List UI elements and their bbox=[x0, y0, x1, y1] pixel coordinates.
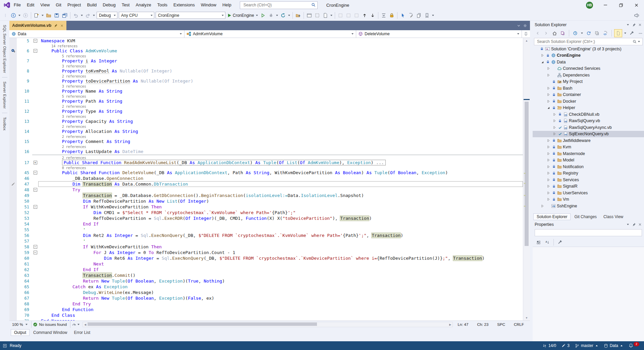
codelens-references[interactable]: 2 references bbox=[41, 145, 86, 149]
pin-icon[interactable] bbox=[54, 23, 58, 28]
fold-toggle[interactable]: − bbox=[34, 39, 37, 43]
menu-file[interactable]: File bbox=[11, 0, 24, 10]
menu-build[interactable]: Build bbox=[84, 0, 100, 10]
document-health-icon[interactable] bbox=[72, 322, 76, 327]
tree-collapsed-icon[interactable] bbox=[546, 139, 550, 143]
tree-collapsed-icon[interactable] bbox=[546, 158, 550, 162]
codelens-references[interactable]: 3 references bbox=[41, 115, 86, 118]
vertical-scrollbar[interactable]: ▲ ▼ bbox=[523, 38, 530, 320]
search-icon[interactable] bbox=[633, 40, 637, 44]
glyph-margin[interactable] bbox=[9, 233, 17, 238]
scroll-down-arrow-icon[interactable]: ▼ bbox=[523, 315, 530, 320]
type-dropdown[interactable]: AdmKvmVolume bbox=[184, 30, 356, 38]
tree-item-registry[interactable]: Registry bbox=[533, 170, 644, 177]
tree-collapsed-icon[interactable] bbox=[546, 93, 550, 97]
box-button[interactable] bbox=[353, 11, 361, 19]
tree-item-model[interactable]: Model bbox=[533, 157, 644, 164]
codelens-references[interactable]: 2 references bbox=[41, 125, 86, 129]
tree-collapsed-icon[interactable] bbox=[546, 184, 550, 188]
dropdown-caret-icon[interactable] bbox=[624, 33, 626, 34]
glyph-margin[interactable] bbox=[9, 210, 17, 215]
document-tab[interactable]: AdmKvmVolume.vb bbox=[9, 21, 66, 30]
glyph-margin[interactable] bbox=[9, 227, 17, 233]
fold-toggle[interactable]: − bbox=[34, 205, 37, 209]
pin-icon[interactable] bbox=[632, 222, 636, 227]
save-button[interactable] bbox=[53, 11, 61, 19]
chevron-down-icon[interactable] bbox=[517, 23, 521, 28]
more-button[interactable] bbox=[637, 30, 644, 37]
navigate-up-button[interactable] bbox=[361, 11, 369, 19]
pending-edits-status[interactable]: 3 bbox=[561, 343, 570, 348]
zoom-selector[interactable]: 100 % bbox=[9, 322, 30, 327]
search-icon[interactable] bbox=[311, 3, 316, 7]
codelens-references[interactable]: 2 references bbox=[41, 135, 86, 139]
codelens-references[interactable]: 5 references bbox=[41, 95, 86, 98]
dropdown-caret-icon[interactable] bbox=[18, 15, 20, 16]
redo-button[interactable] bbox=[84, 11, 92, 19]
dropdown-caret-icon[interactable] bbox=[330, 15, 332, 16]
tree-item-masternode[interactable]: Masternode bbox=[533, 150, 644, 157]
glyph-margin[interactable] bbox=[9, 170, 17, 176]
tree-collapsed-icon[interactable] bbox=[546, 145, 550, 149]
collapse-definitions-button[interactable] bbox=[380, 11, 388, 19]
code-editor[interactable]: 5−Namespace KVM14 references6− Public Cl… bbox=[9, 38, 530, 320]
menu-window[interactable]: Window bbox=[198, 0, 219, 10]
tree-item-signalr[interactable]: SignalR bbox=[533, 183, 644, 190]
glyph-margin[interactable] bbox=[9, 278, 17, 284]
split-editor-icon[interactable] bbox=[524, 32, 528, 36]
tree-item-rawsqlquery-vb[interactable]: VBRawSqlQuery.vb bbox=[533, 118, 644, 124]
glyph-margin[interactable] bbox=[9, 221, 17, 227]
navigate-down-button[interactable] bbox=[369, 11, 377, 19]
tree-collapsed-icon[interactable] bbox=[546, 197, 550, 201]
gear-icon[interactable] bbox=[523, 23, 527, 28]
scroll-left-arrow-icon[interactable]: ◀ bbox=[83, 322, 88, 327]
scrollbar-thumb[interactable] bbox=[525, 102, 529, 246]
document-stack-button[interactable] bbox=[415, 11, 423, 19]
tree-collapsed-icon[interactable] bbox=[546, 165, 550, 169]
bookmark-button[interactable] bbox=[423, 11, 431, 19]
wrench-button[interactable] bbox=[628, 30, 636, 37]
panel-tab-output[interactable]: Output bbox=[11, 329, 30, 336]
tree-collapsed-icon[interactable] bbox=[552, 132, 556, 136]
tree-item-dependencies[interactable]: Dependencies bbox=[533, 72, 644, 79]
scroll-right-arrow-icon[interactable]: ▶ bbox=[448, 322, 452, 327]
glyph-margin[interactable] bbox=[9, 261, 17, 267]
tree-item-vm[interactable]: Vm bbox=[533, 196, 644, 203]
codelens-references[interactable]: 3 references bbox=[41, 85, 86, 88]
fold-toggle[interactable]: − bbox=[34, 171, 37, 174]
codelens-references[interactable]: 2 references bbox=[41, 74, 86, 78]
avatar[interactable]: HB bbox=[586, 2, 593, 9]
glyph-margin[interactable] bbox=[9, 165, 17, 170]
dropdown-caret-icon[interactable] bbox=[256, 15, 258, 16]
tree-item-kvm[interactable]: Kvm bbox=[533, 144, 644, 151]
hscrollbar-thumb[interactable] bbox=[88, 322, 317, 326]
glyph-margin[interactable] bbox=[9, 104, 17, 108]
close-icon[interactable] bbox=[638, 222, 642, 227]
codelens-references[interactable]: 14 references bbox=[41, 44, 78, 48]
tree-collapsed-icon[interactable] bbox=[546, 178, 550, 182]
glyph-margin[interactable] bbox=[9, 301, 17, 307]
selection-box-button[interactable] bbox=[313, 11, 321, 19]
menu-debug[interactable]: Debug bbox=[100, 0, 118, 10]
tree-collapsed-icon[interactable] bbox=[552, 119, 556, 123]
menu-view[interactable]: View bbox=[37, 0, 53, 10]
tree-item-connected-services[interactable]: Connected Services bbox=[533, 65, 644, 72]
glyph-margin[interactable] bbox=[9, 238, 17, 244]
tree-collapsed-icon[interactable] bbox=[540, 53, 544, 57]
glyph-margin[interactable] bbox=[9, 267, 17, 272]
tree-collapsed-icon[interactable] bbox=[546, 99, 550, 103]
tree-item-helper[interactable]: Helper bbox=[533, 105, 644, 111]
dropdown-caret-icon[interactable] bbox=[42, 15, 44, 16]
codelens-references[interactable]: 0 references bbox=[41, 166, 86, 170]
lock-gold-button[interactable] bbox=[388, 11, 396, 19]
fold-toggle[interactable]: + bbox=[34, 161, 37, 164]
tree-expanded-icon[interactable] bbox=[540, 60, 544, 64]
tree-item-bash[interactable]: Bash bbox=[533, 85, 644, 92]
glyph-margin[interactable] bbox=[9, 129, 17, 134]
glyph-margin[interactable] bbox=[9, 198, 17, 204]
glyph-margin[interactable] bbox=[9, 118, 17, 124]
glyph-margin[interactable] bbox=[9, 255, 17, 261]
glyph-margin[interactable] bbox=[9, 244, 17, 250]
start-without-debugging-button[interactable] bbox=[259, 11, 267, 19]
fold-toggle[interactable]: − bbox=[34, 49, 37, 53]
